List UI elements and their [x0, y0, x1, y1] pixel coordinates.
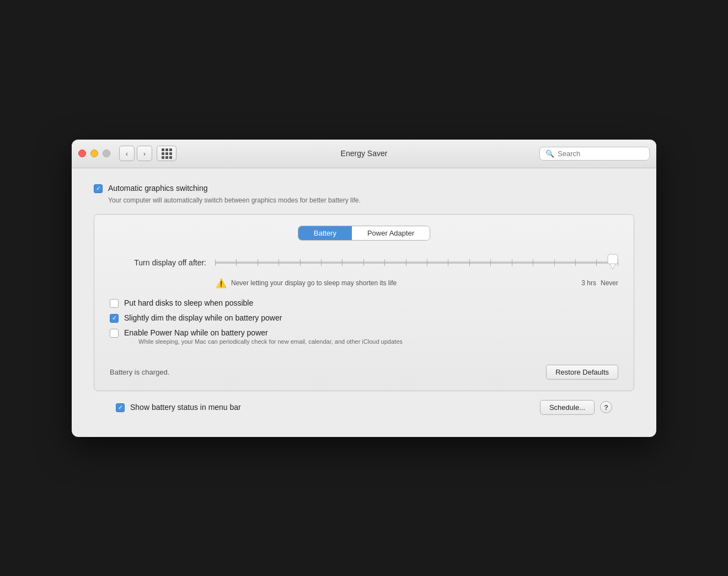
slider-container[interactable] [215, 252, 618, 274]
slider-marks [215, 259, 618, 266]
tick [427, 259, 427, 266]
hard-disks-checkbox[interactable] [110, 299, 119, 308]
dim-display-checkbox[interactable]: ✓ [110, 314, 119, 323]
tick [406, 259, 406, 266]
restore-defaults-button[interactable]: Restore Defaults [546, 365, 618, 380]
forward-button[interactable]: › [137, 146, 152, 161]
slider-row: Turn display off after: [110, 252, 618, 274]
tick [279, 259, 279, 266]
checkmark-icon: ✓ [118, 404, 123, 410]
grid-icon [162, 148, 172, 159]
hard-disks-label: Put hard disks to sleep when possible [124, 298, 253, 307]
show-battery-label: Show battery status in menu bar [130, 403, 241, 412]
tab-battery[interactable]: Battery [298, 226, 352, 240]
power-nap-option: Enable Power Nap while on battery power … [110, 328, 618, 345]
inner-panel: Battery Power Adapter Turn display off a… [94, 214, 634, 391]
auto-graphics-checkbox[interactable]: ✓ [94, 184, 103, 193]
forward-icon: › [143, 150, 146, 158]
tick [596, 259, 597, 266]
tab-power-adapter[interactable]: Power Adapter [352, 226, 430, 240]
hard-disks-row: Put hard disks to sleep when possible [110, 298, 618, 308]
segmented-control: Battery Power Adapter [298, 226, 430, 241]
content-area: ✓ Automatic graphics switching Your comp… [72, 168, 656, 437]
traffic-lights [78, 150, 110, 157]
power-nap-text: Enable Power Nap while on battery power … [124, 328, 403, 345]
checkmark-icon: ✓ [96, 185, 101, 191]
power-nap-label: Enable Power Nap while on battery power [124, 328, 403, 337]
tick [321, 259, 322, 266]
maximize-button[interactable] [103, 150, 110, 157]
panel-footer: Battery is charged. Restore Defaults [110, 358, 618, 380]
panel-options: Put hard disks to sleep when possible ✓ … [110, 298, 618, 345]
checkmark-icon: ✓ [112, 315, 117, 321]
tick [363, 259, 364, 266]
warning-text: Never letting your display go to sleep m… [231, 279, 577, 287]
tick [384, 259, 385, 266]
schedule-button[interactable]: Schedule... [540, 400, 595, 415]
slider-label: Turn display off after: [110, 258, 206, 267]
battery-status: Battery is charged. [110, 368, 169, 376]
time-never-label: Never [601, 279, 618, 287]
auto-graphics-sublabel: Your computer will automatically switch … [108, 196, 634, 204]
nav-buttons: ‹ › [119, 146, 152, 161]
dim-display-row: ✓ Slightly dim the display while on batt… [110, 313, 618, 323]
dim-display-option: ✓ Slightly dim the display while on batt… [110, 313, 618, 323]
bottom-bar: ✓ Show battery status in menu bar Schedu… [94, 391, 634, 424]
svg-marker-1 [610, 264, 615, 269]
tick [215, 259, 216, 266]
power-nap-checkbox[interactable] [110, 329, 119, 338]
back-button[interactable]: ‹ [119, 146, 135, 161]
tab-row: Battery Power Adapter [110, 226, 618, 241]
power-nap-row: Enable Power Nap while on battery power … [110, 328, 618, 345]
search-input[interactable] [558, 150, 644, 158]
hard-disks-option: Put hard disks to sleep when possible [110, 298, 618, 308]
auto-graphics-label: Automatic graphics switching [108, 184, 208, 193]
tick [300, 259, 301, 266]
dim-display-label: Slightly dim the display while on batter… [124, 313, 282, 322]
time-3hrs-label: 3 hrs [581, 279, 596, 287]
show-battery-checkbox[interactable]: ✓ [116, 403, 125, 412]
power-nap-sublabel: While sleeping, your Mac can periodicall… [138, 338, 403, 345]
close-button[interactable] [78, 150, 86, 157]
help-icon: ? [604, 403, 608, 412]
minimize-button[interactable] [90, 150, 98, 157]
window-title: Energy Saver [341, 149, 388, 158]
tick [342, 259, 342, 266]
tick [490, 259, 491, 266]
tick [258, 259, 258, 266]
warning-row: ⚠️ Never letting your display go to slee… [216, 278, 618, 289]
svg-rect-0 [608, 254, 618, 264]
search-box[interactable]: 🔍 [539, 147, 650, 161]
tick [448, 259, 448, 266]
tick [512, 259, 512, 266]
auto-graphics-option: ✓ Automatic graphics switching [94, 184, 634, 193]
slider-thumb[interactable] [607, 254, 618, 271]
tick [533, 259, 533, 266]
main-window: ‹ › Energy Saver 🔍 ✓ Automatic graph [72, 140, 656, 437]
display-sleep-slider[interactable] [215, 262, 618, 264]
tick [236, 259, 237, 266]
tick [575, 259, 576, 266]
search-icon: 🔍 [545, 150, 554, 158]
warning-icon: ⚠️ [216, 278, 227, 289]
back-icon: ‹ [126, 150, 128, 158]
grid-view-button[interactable] [157, 146, 176, 161]
tick [554, 259, 555, 266]
tick [469, 259, 470, 266]
help-button[interactable]: ? [600, 401, 612, 413]
titlebar: ‹ › Energy Saver 🔍 [72, 140, 656, 168]
